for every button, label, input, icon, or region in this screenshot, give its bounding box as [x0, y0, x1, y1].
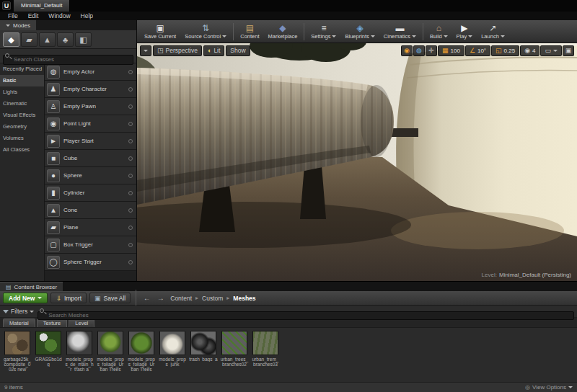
category-basic[interactable]: Basic: [0, 75, 44, 86]
drag-handle-icon[interactable]: [128, 226, 133, 230]
forward-button[interactable]: →: [155, 293, 166, 303]
perspective-button[interactable]: ◳Perspective: [153, 45, 202, 56]
grid-snap-button[interactable]: ▦100: [438, 45, 464, 56]
category-all-classes[interactable]: All Classes: [0, 144, 44, 156]
modes-header-tab[interactable]: Modes: [0, 20, 36, 30]
show-button[interactable]: Show: [226, 45, 250, 56]
viewport-scene: [137, 43, 577, 281]
drag-handle-icon[interactable]: [128, 87, 133, 92]
drag-handle-icon[interactable]: [128, 70, 133, 74]
list-item[interactable]: ♙Empty Pawn: [45, 98, 136, 115]
blueprints-button[interactable]: ◈Blueprints: [340, 21, 379, 43]
settings-button[interactable]: ≡Settings: [307, 21, 340, 43]
viewport-options-button[interactable]: [140, 45, 151, 56]
add-new-button[interactable]: Add New: [3, 293, 48, 303]
breadcrumb-content[interactable]: Content: [170, 295, 192, 302]
list-item[interactable]: ●Sphere: [45, 167, 136, 184]
list-item[interactable]: ♟Empty Character: [45, 81, 136, 98]
asset-tile[interactable]: trash_bags_a: [189, 331, 218, 362]
add-new-label: Add New: [9, 295, 35, 302]
asset-tile[interactable]: urban_trem_branches03: [251, 331, 280, 367]
geometry-mode-icon[interactable]: ◧: [75, 32, 92, 47]
scale-snap-value[interactable]: 0.25: [504, 46, 516, 55]
list-item[interactable]: ■Cube: [45, 150, 136, 167]
drag-handle-icon[interactable]: [128, 104, 133, 109]
tab-level[interactable]: Level: [69, 318, 94, 327]
camera-speed-value[interactable]: 4: [532, 46, 535, 55]
level-tab[interactable]: Minimal_Default: [14, 0, 70, 12]
asset-tile[interactable]: garbage25k_composite_002s new: [3, 331, 32, 372]
classes-search-input[interactable]: [3, 55, 133, 65]
build-button[interactable]: ⌂Build: [426, 21, 452, 43]
screen-percentage-button[interactable]: ▭: [540, 45, 562, 56]
category-visual-effects[interactable]: Visual Effects: [0, 110, 44, 121]
move-tool-button[interactable]: ✛: [426, 45, 437, 56]
marketplace-button[interactable]: ◆Marketplace: [264, 21, 302, 43]
list-item[interactable]: ▰Plane: [45, 219, 136, 236]
import-button[interactable]: ⇓Import: [50, 293, 87, 303]
content-button[interactable]: ▤Content: [236, 21, 263, 43]
lit-mode-button[interactable]: ◐Lit: [203, 45, 224, 56]
category-cinematic[interactable]: Cinematic: [0, 98, 44, 110]
rotation-snap-button[interactable]: ∠10°: [465, 45, 490, 56]
scale-snap-button[interactable]: ◱0.25: [491, 45, 519, 56]
drag-handle-icon[interactable]: [128, 208, 133, 213]
drag-handle-icon[interactable]: [128, 139, 133, 143]
view-options-button[interactable]: ◎ View Options: [525, 384, 573, 391]
content-browser-tab[interactable]: ▤ Content Browser: [0, 282, 63, 291]
list-item[interactable]: ◍Empty Actor: [45, 63, 136, 81]
list-item[interactable]: ▮Cylinder: [45, 184, 136, 202]
save-all-button[interactable]: ▣Save All: [89, 293, 131, 303]
list-item[interactable]: ►Player Start: [45, 133, 136, 150]
place-mode-icon[interactable]: ◆: [3, 32, 19, 47]
drag-handle-icon[interactable]: [128, 243, 133, 247]
source-control-button[interactable]: ⇅Source Control: [180, 21, 231, 43]
breadcrumb-meshes[interactable]: Meshes: [233, 295, 255, 302]
realtime-toggle-button[interactable]: ◉: [401, 45, 413, 56]
asset-tile[interactable]: models_props_foliage_Urban Trees: [96, 331, 125, 372]
menu-edit[interactable]: Edit: [23, 12, 44, 20]
save-current-button[interactable]: ▣Save Current: [140, 21, 180, 43]
grid-snap-value[interactable]: 100: [451, 46, 460, 55]
asset-tile[interactable]: GRASSbo1dg: [34, 331, 63, 367]
filters-button[interactable]: Filters: [3, 308, 34, 315]
breadcrumb-custom[interactable]: Custom: [202, 295, 223, 302]
drag-handle-icon[interactable]: [128, 156, 133, 161]
category-volumes[interactable]: Volumes: [0, 133, 44, 144]
menu-window[interactable]: Window: [43, 12, 75, 20]
title-bar: U Minimal_Default: [0, 0, 577, 12]
asset-tile[interactable]: models_props_foliage_Urban Trees: [127, 331, 156, 372]
asset-tile[interactable]: models_props_junk: [158, 331, 187, 367]
menu-file[interactable]: File: [3, 12, 23, 20]
menu-help[interactable]: Help: [76, 12, 98, 20]
viewport-3d[interactable]: ◳Perspective ◐Lit Show ◉ ◍ ✛ ▦100 ∠10° ◱…: [137, 43, 577, 281]
drag-handle-icon[interactable]: [128, 174, 133, 178]
tab-texture[interactable]: Texture: [37, 318, 68, 327]
category-geometry[interactable]: Geometry: [0, 121, 44, 133]
assets-search-input[interactable]: [38, 311, 574, 320]
drag-handle-icon[interactable]: [128, 122, 133, 126]
save-all-label: Save All: [104, 295, 126, 302]
camera-speed-button[interactable]: ◉4: [520, 45, 539, 56]
asset-tile[interactable]: urban_trees_branches02: [220, 331, 249, 367]
list-item[interactable]: ▲Cone: [45, 202, 136, 219]
list-item[interactable]: ◉Point Light: [45, 115, 136, 133]
cinematics-button[interactable]: ▬Cinematics: [379, 21, 420, 43]
drag-handle-icon[interactable]: [128, 191, 133, 195]
drag-handle-icon[interactable]: [128, 260, 133, 264]
launch-button[interactable]: ↗Launch: [477, 21, 509, 43]
world-space-button[interactable]: ◍: [413, 45, 425, 56]
play-button[interactable]: ▶Play: [452, 21, 477, 43]
category-recently-placed[interactable]: Recently Placed: [0, 63, 44, 75]
tab-material[interactable]: Material: [3, 318, 35, 327]
back-button[interactable]: ←: [141, 293, 152, 303]
asset-tile[interactable]: models_props_de_main_hr_trash a: [65, 331, 94, 372]
paint-mode-icon[interactable]: ▰: [21, 32, 38, 47]
list-item[interactable]: ▢Box Trigger: [45, 236, 136, 254]
landscape-mode-icon[interactable]: ▲: [39, 32, 56, 47]
list-item[interactable]: ◯Sphere Trigger: [45, 254, 136, 271]
foliage-mode-icon[interactable]: ♣: [57, 32, 74, 47]
maximize-viewport-button[interactable]: ▣: [563, 45, 574, 56]
rotation-snap-value[interactable]: 10°: [477, 46, 486, 55]
category-lights[interactable]: Lights: [0, 86, 44, 98]
